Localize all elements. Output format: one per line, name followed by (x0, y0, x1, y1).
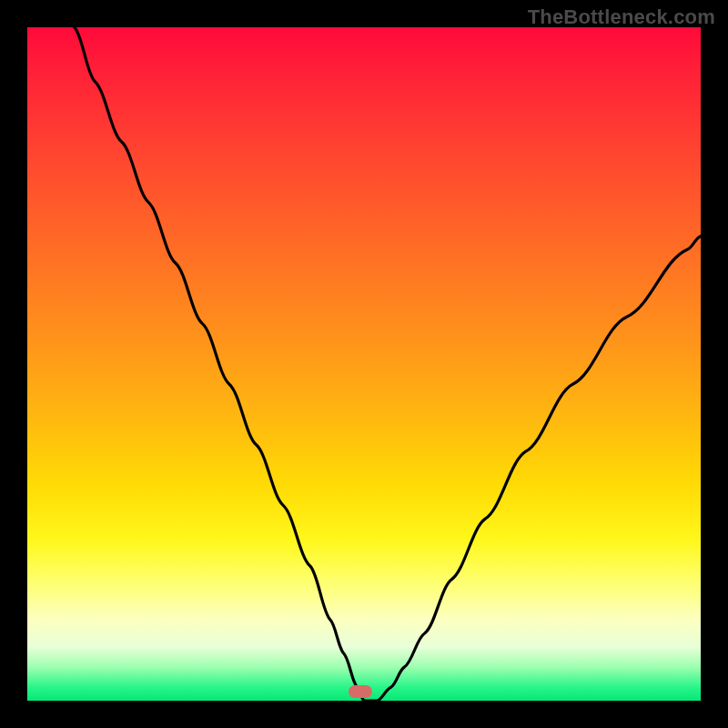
watermark-text: TheBottleneck.com (528, 5, 715, 29)
chart-frame: TheBottleneck.com (0, 0, 728, 728)
plot-area (27, 27, 701, 701)
curve-svg (27, 27, 701, 701)
optimum-marker (349, 685, 372, 698)
bottleneck-curve-path (75, 27, 701, 701)
